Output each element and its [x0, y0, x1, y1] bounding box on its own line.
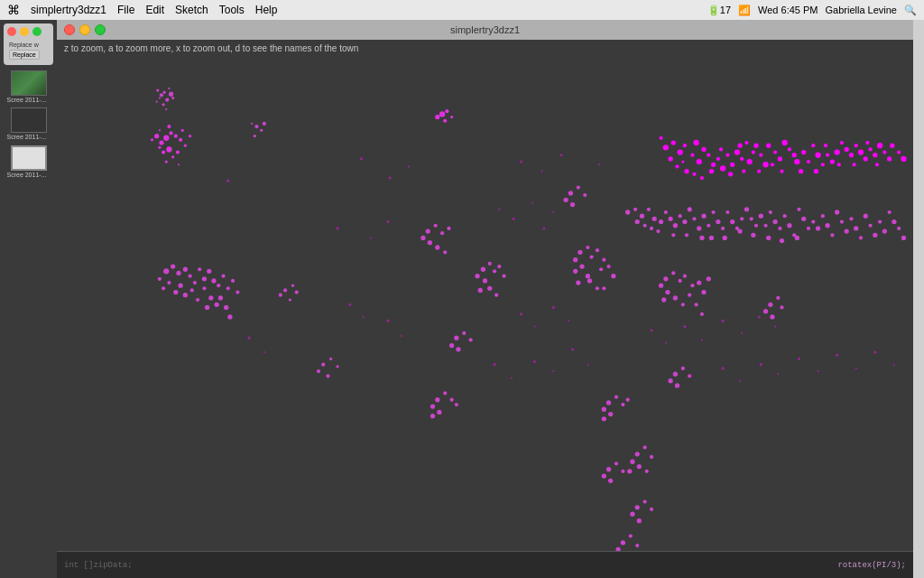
svg-point-50 — [684, 169, 688, 173]
svg-point-57 — [709, 169, 714, 173]
thumbnail-2[interactable]: Scree 2011-... — [5, 107, 52, 141]
svg-point-269 — [681, 303, 685, 306]
app-menu-item[interactable]: simplertry3dzz1 — [31, 4, 106, 16]
sketch-menu-item[interactable]: Sketch — [175, 4, 208, 16]
svg-point-180 — [888, 210, 892, 214]
svg-point-233 — [487, 286, 492, 291]
tools-menu-item[interactable]: Tools — [219, 4, 245, 16]
svg-point-106 — [877, 143, 882, 148]
svg-point-108 — [887, 156, 892, 161]
svg-point-29 — [165, 161, 168, 163]
svg-point-45 — [690, 154, 694, 157]
svg-point-140 — [725, 210, 729, 214]
svg-point-155 — [766, 236, 771, 240]
svg-point-153 — [772, 219, 777, 224]
svg-point-228 — [488, 262, 492, 266]
svg-point-287 — [469, 338, 473, 341]
svg-point-320 — [606, 467, 611, 471]
svg-point-289 — [435, 397, 439, 402]
svg-point-120 — [650, 227, 653, 230]
svg-point-91 — [826, 154, 829, 157]
svg-point-116 — [647, 208, 651, 211]
svg-point-296 — [606, 400, 611, 405]
svg-point-274 — [768, 303, 772, 307]
svg-point-133 — [701, 214, 706, 219]
svg-point-323 — [621, 470, 624, 473]
thumbnail-3[interactable]: Scree 2011-... — [5, 145, 52, 179]
svg-point-218 — [295, 290, 299, 294]
svg-point-344 — [542, 227, 545, 229]
svg-point-162 — [807, 227, 810, 230]
help-menu-item[interactable]: Help — [255, 4, 278, 16]
edit-menu-item[interactable]: Edit — [145, 4, 164, 16]
svg-point-88 — [815, 153, 820, 158]
svg-point-176 — [868, 224, 872, 228]
canvas-area[interactable] — [57, 40, 913, 560]
svg-point-182 — [897, 227, 901, 230]
svg-point-308 — [635, 452, 640, 456]
svg-point-337 — [598, 163, 600, 165]
svg-point-81 — [792, 153, 797, 157]
svg-point-363 — [665, 341, 667, 343]
svg-point-85 — [807, 160, 810, 163]
svg-point-51 — [697, 159, 702, 164]
svg-point-264 — [673, 295, 678, 300]
svg-point-341 — [498, 209, 500, 210]
svg-point-104 — [873, 153, 877, 157]
svg-point-48 — [701, 147, 706, 152]
proc-close-btn[interactable] — [64, 24, 75, 35]
sidebar-maximize-btn[interactable] — [32, 27, 42, 36]
svg-point-32 — [251, 123, 253, 125]
proc-minimize-btn[interactable] — [79, 24, 90, 35]
proc-maximize-btn[interactable] — [95, 24, 106, 35]
svg-point-114 — [633, 208, 637, 211]
svg-point-192 — [189, 275, 192, 278]
svg-point-334 — [520, 161, 522, 163]
svg-point-306 — [688, 374, 691, 378]
svg-point-121 — [659, 219, 663, 224]
replace-button[interactable]: Replace — [9, 50, 40, 60]
svg-point-212 — [236, 290, 239, 294]
svg-point-202 — [196, 298, 199, 302]
svg-point-4 — [156, 89, 159, 91]
svg-point-374 — [798, 358, 800, 360]
svg-point-208 — [226, 286, 230, 290]
svg-point-358 — [533, 360, 536, 363]
battery-indicator: 🔋17 — [707, 5, 731, 16]
thumbnail-1[interactable]: Scree 2011-... — [5, 70, 52, 104]
svg-point-227 — [481, 267, 485, 272]
svg-point-353 — [533, 325, 535, 327]
svg-point-128 — [671, 233, 675, 237]
sidebar-minimize-btn[interactable] — [20, 27, 29, 36]
svg-point-278 — [770, 314, 774, 319]
svg-point-93 — [824, 144, 827, 147]
svg-point-156 — [783, 214, 787, 218]
svg-point-69 — [737, 144, 742, 148]
svg-point-367 — [741, 332, 743, 334]
svg-point-187 — [176, 271, 180, 275]
svg-point-183 — [901, 236, 906, 240]
spotlight-icon[interactable]: 🔍 — [904, 5, 917, 16]
svg-point-94 — [834, 149, 839, 154]
file-menu-item[interactable]: File — [117, 4, 134, 16]
svg-point-62 — [719, 147, 723, 151]
svg-point-9 — [165, 108, 167, 110]
svg-point-242 — [578, 250, 582, 255]
svg-point-258 — [663, 276, 668, 281]
svg-point-261 — [679, 279, 682, 283]
apple-menu[interactable]: ⌘ — [7, 3, 20, 17]
svg-point-79 — [781, 140, 787, 145]
svg-point-215 — [291, 284, 294, 287]
svg-point-56 — [700, 176, 704, 180]
svg-point-129 — [688, 207, 692, 211]
svg-point-109 — [875, 163, 879, 166]
svg-point-72 — [759, 154, 762, 157]
svg-point-86 — [799, 169, 803, 173]
svg-point-110 — [890, 144, 894, 148]
sidebar-close-btn[interactable] — [7, 27, 16, 36]
svg-point-21 — [184, 144, 187, 147]
svg-point-377 — [855, 368, 857, 369]
svg-point-161 — [801, 217, 806, 221]
code-line-number: int []zipData; — [64, 561, 133, 570]
svg-point-30 — [254, 125, 258, 128]
